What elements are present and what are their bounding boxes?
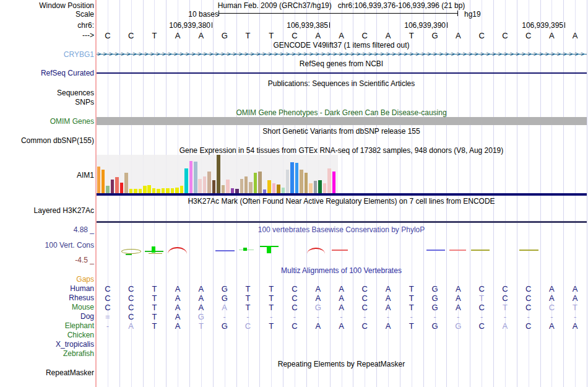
alignment-letter: G xyxy=(446,321,470,331)
gtex-bar xyxy=(249,182,253,193)
sequences-label[interactable]: Sequences xyxy=(57,89,94,97)
gtex-bar xyxy=(134,189,137,193)
gtex-bar xyxy=(277,185,280,193)
alignment-letter: T xyxy=(143,321,166,331)
alignment-letter: T xyxy=(563,303,587,312)
species-label-human[interactable]: Human xyxy=(70,284,94,293)
conservation-mark-hline xyxy=(215,250,235,251)
refseq-gene-line[interactable] xyxy=(96,72,587,74)
alignment-letter: G xyxy=(213,294,236,303)
alignment-letter: C xyxy=(283,321,306,331)
alignment-letter: C xyxy=(96,303,119,312)
alignment-letter: - xyxy=(96,321,119,331)
chrom-label: chr6: xyxy=(77,21,94,30)
omim-title: OMIM Gene Phenotypes - Dark Green Can Be… xyxy=(96,108,587,117)
alignment-letter: C xyxy=(517,303,540,312)
conservation-mark-hline xyxy=(149,253,162,254)
species-label-chicken[interactable]: Chicken xyxy=(67,331,94,339)
base-letter: T xyxy=(236,31,260,40)
omim-genes-label[interactable]: OMIM Genes xyxy=(50,117,94,126)
omim-gene-bar[interactable] xyxy=(96,117,587,125)
gene-strand-arrows[interactable]: >>>>>>>>>>>>>>>>>>>>>>>>>>>>>>>>>>>>>>>>… xyxy=(97,50,587,58)
gtex-bar xyxy=(332,172,336,193)
refseq-title: RefSeq genes from NCBI xyxy=(96,59,587,68)
base-letter: C xyxy=(517,31,540,40)
alignment-letter: C xyxy=(119,303,143,312)
window-position-label: Window Position xyxy=(39,1,94,10)
gtex-bar xyxy=(244,176,248,193)
gtex-bar xyxy=(290,162,294,193)
gene-label-crybg1[interactable]: CRYBG1 xyxy=(64,50,94,59)
base-letter: T xyxy=(400,31,423,40)
conservation-mark-hline xyxy=(332,250,348,251)
alignment-letter: A xyxy=(189,284,213,294)
position-title: chr6:106,939,376-106,939,396 (21 bp) xyxy=(338,1,465,10)
species-label-elephant[interactable]: Elephant xyxy=(65,321,94,330)
gtex-bar xyxy=(222,185,225,193)
vert-cons-label[interactable]: 100 Vert. Cons xyxy=(45,241,94,250)
alignment-letter: - xyxy=(259,312,283,321)
species-label-x_tropicalis[interactable]: X_tropicalis xyxy=(56,340,94,349)
species-label-mouse[interactable]: Mouse xyxy=(72,303,94,311)
alignment-letter: C xyxy=(236,321,260,331)
conservation-mark-hline xyxy=(426,250,445,251)
alignment-letter: C xyxy=(470,321,493,331)
base-letter: A xyxy=(563,31,587,40)
alignment-letter: C xyxy=(96,284,119,294)
gtex-bar xyxy=(175,188,179,193)
species-label-dog[interactable]: Dog xyxy=(80,312,94,321)
alignment-letter: C xyxy=(353,294,376,303)
gtex-bar xyxy=(323,183,327,193)
gtex-bar xyxy=(318,180,322,193)
alignment-letter: A xyxy=(119,321,143,331)
gtex-bar xyxy=(217,155,220,193)
gtex-bar xyxy=(124,173,128,193)
alignment-letter: A xyxy=(563,321,587,331)
alignment-letter: T xyxy=(400,294,423,303)
scale-bar-line xyxy=(219,13,457,14)
alignment-letter: C xyxy=(540,303,564,312)
refseq-curated-label[interactable]: RefSeq Curated xyxy=(41,69,94,77)
ruler-tick-label: 106,939,380 xyxy=(169,21,210,30)
h3k27ac-title: H3K27Ac Mark (Often Found Near Active Re… xyxy=(96,197,587,206)
genome-browser-image: Window Position Human Feb. 2009 (GRCh37/… xyxy=(0,0,588,387)
gtex-bar xyxy=(157,189,160,193)
alignment-letter: C xyxy=(493,284,517,294)
species-label-rhesus[interactable]: Rhesus xyxy=(69,294,94,302)
base-letter: C xyxy=(470,31,493,40)
base-letter: A xyxy=(166,31,189,40)
gtex-bar xyxy=(327,168,331,193)
alignment-letter: T xyxy=(259,284,283,294)
species-label-gaps[interactable]: Gaps xyxy=(76,275,94,284)
alignment-letter: C xyxy=(283,284,306,294)
alignment-letter: C xyxy=(96,294,119,303)
alignment-letter: A xyxy=(189,294,213,303)
alignment-letter: C xyxy=(353,321,376,331)
repeatmasker-title: Repeating Elements by RepeatMasker xyxy=(96,360,587,368)
phylop-min-label: -4.5 _ xyxy=(75,256,94,264)
alignment-letter: - xyxy=(446,312,470,321)
gtex-bar xyxy=(115,177,119,193)
conservation-mark-vbar xyxy=(267,246,271,253)
phylop-max-label: 4.88 _ xyxy=(74,225,94,234)
alignment-letter: A xyxy=(213,303,236,312)
alignment-letter: A xyxy=(166,321,189,331)
common-dbsnp-label[interactable]: Common dbSNP(155) xyxy=(21,136,94,145)
gtex-gene-label[interactable]: AIM1 xyxy=(77,171,94,180)
conservation-mark-hline xyxy=(449,250,466,251)
alignment-letter: G xyxy=(423,303,447,312)
alignment-letter: C xyxy=(283,303,306,312)
base-letter: A xyxy=(189,31,213,40)
alignment-letter: = xyxy=(96,312,119,321)
gtex-bar xyxy=(198,179,202,193)
species-label-zebrafish[interactable]: Zebrafish xyxy=(63,349,94,358)
snps-label[interactable]: SNPs xyxy=(75,98,94,107)
ruler-tick xyxy=(447,22,447,28)
gtex-bar xyxy=(147,185,151,193)
gtex-bar xyxy=(194,162,197,193)
repeatmasker-label[interactable]: RepeatMasker xyxy=(46,368,94,377)
base-letter: A xyxy=(306,31,330,40)
alignment-letter: T xyxy=(236,303,260,312)
layered-h3k27ac-label[interactable]: Layered H3K27Ac xyxy=(34,206,94,215)
multiz-title: Multiz Alignments of 100 Vertebrates xyxy=(96,266,587,275)
